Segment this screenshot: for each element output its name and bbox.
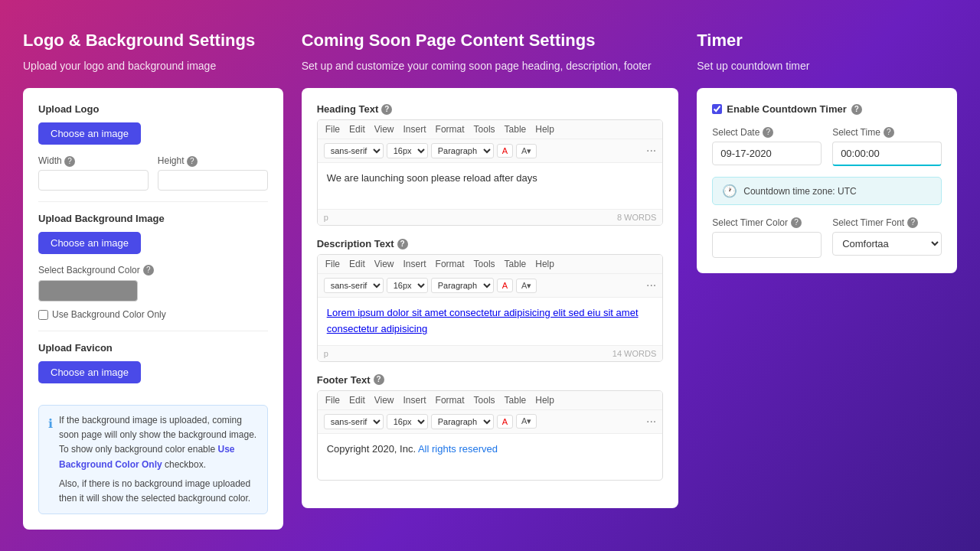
menu-edit[interactable]: Edit	[349, 124, 365, 135]
desc-text-color-btn[interactable]: A	[497, 279, 513, 292]
dimensions-row: Width ? Height ?	[38, 155, 268, 191]
left-card: Upload Logo Choose an image Width ? Heig…	[23, 88, 283, 530]
use-bg-color-checkbox[interactable]	[38, 310, 48, 320]
width-input[interactable]	[38, 170, 149, 191]
middle-title: Coming Soon Page Content Settings	[302, 31, 679, 51]
footer-more-btn[interactable]: ···	[646, 416, 656, 428]
heading-help-icon[interactable]: ?	[381, 104, 392, 115]
desc-editor: File Edit View Insert Format Tools Table…	[317, 254, 664, 362]
date-field: Select Date ?	[712, 127, 822, 166]
footer-highlight-btn[interactable]: A▾	[516, 414, 537, 429]
height-field: Height ?	[158, 155, 268, 191]
footer-menu-table[interactable]: Table	[505, 395, 527, 406]
heading-font-family[interactable]: sans-serif	[324, 143, 384, 158]
footer-menu-view[interactable]: View	[374, 395, 394, 406]
timezone-text: Countdown time zone: UTC	[743, 186, 856, 197]
choose-logo-button[interactable]: Choose an image	[38, 122, 141, 145]
bg-color-swatch[interactable]	[38, 280, 138, 302]
desc-menu-edit[interactable]: Edit	[349, 259, 365, 269]
heading-footer: p 8 WORDS	[318, 209, 663, 225]
color-help-icon[interactable]: ?	[791, 217, 802, 228]
width-help-icon[interactable]: ?	[64, 156, 75, 167]
footer-menu-help[interactable]: Help	[535, 395, 554, 406]
time-field: Select Time ?	[832, 127, 942, 166]
upload-logo-label: Upload Logo	[38, 103, 268, 115]
desc-font-family[interactable]: sans-serif	[324, 278, 384, 293]
footer-content[interactable]: Copyright 2020, Inc. All rights reserved	[318, 434, 663, 480]
heading-text-color-btn[interactable]: A	[497, 144, 513, 158]
desc-toolbar: sans-serif 16px Paragraph A A▾ ···	[318, 274, 663, 298]
timer-font-select[interactable]: Comfortaa Roboto Open Sans Lato	[832, 232, 942, 256]
upload-favicon-label: Upload Favicon	[38, 342, 268, 354]
right-card: Enable Countdown Timer ? Select Date ? S…	[697, 88, 957, 273]
heading-highlight-btn[interactable]: A▾	[516, 144, 537, 158]
footer-paragraph[interactable]: Paragraph	[431, 414, 494, 429]
upload-favicon-section: Upload Favicon Choose an image	[38, 342, 268, 394]
info-box: ℹ If the background image is uploaded, c…	[38, 405, 268, 514]
left-column: Logo & Background Settings Upload your l…	[23, 31, 283, 530]
time-input[interactable]	[832, 142, 942, 166]
desc-paragraph[interactable]: Paragraph	[431, 278, 494, 293]
page-layout: Logo & Background Settings Upload your l…	[23, 31, 957, 530]
bg-color-help-icon[interactable]: ?	[143, 265, 154, 276]
middle-card: Heading Text ? File Edit View Insert For…	[302, 88, 679, 508]
right-subtitle: Set up countdown timer	[697, 58, 957, 74]
desc-content[interactable]: Lorem ipsum dolor sit amet consectetur a…	[318, 298, 663, 345]
heading-editor: File Edit View Insert Format Tools Table…	[317, 119, 664, 226]
use-bg-color-label[interactable]: Use Background Color Only	[38, 309, 166, 320]
desc-help-icon[interactable]: ?	[397, 239, 408, 249]
time-label-row: Select Time ?	[832, 127, 942, 138]
menu-table[interactable]: Table	[505, 124, 527, 135]
menu-tools[interactable]: Tools	[474, 124, 495, 135]
heading-content[interactable]: We are launching soon please reload afte…	[318, 163, 663, 209]
enable-countdown-checkbox[interactable]	[712, 104, 722, 114]
footer-menu-edit[interactable]: Edit	[349, 395, 365, 406]
heading-more-btn[interactable]: ···	[646, 145, 656, 157]
menu-format[interactable]: Format	[436, 124, 465, 135]
desc-menu-file[interactable]: File	[325, 259, 340, 269]
desc-highlight-btn[interactable]: A▾	[516, 279, 537, 293]
middle-column: Coming Soon Page Content Settings Set up…	[302, 31, 679, 530]
desc-menu-help[interactable]: Help	[535, 259, 554, 269]
desc-menu-table[interactable]: Table	[505, 259, 527, 269]
date-label-row: Select Date ?	[712, 127, 822, 138]
footer-font-family[interactable]: sans-serif	[324, 414, 384, 429]
footer-text-color-btn[interactable]: A	[497, 415, 513, 429]
footer-menubar: File Edit View Insert Format Tools Table…	[318, 391, 663, 410]
desc-menubar: File Edit View Insert Format Tools Table…	[318, 255, 663, 274]
width-label: Width ?	[38, 155, 149, 167]
footer-font-size[interactable]: 16px	[387, 414, 428, 429]
choose-favicon-button[interactable]: Choose an image	[38, 361, 141, 383]
footer-help-icon[interactable]: ?	[374, 374, 384, 385]
desc-menu-view[interactable]: View	[374, 259, 394, 269]
footer-menu-file[interactable]: File	[325, 395, 340, 406]
date-help-icon[interactable]: ?	[763, 127, 773, 138]
menu-help[interactable]: Help	[535, 124, 554, 135]
timer-color-input[interactable]	[712, 232, 822, 258]
desc-font-size[interactable]: 16px	[387, 278, 428, 293]
footer-label-row: Footer Text ?	[317, 374, 664, 386]
time-help-icon[interactable]: ?	[884, 127, 894, 138]
choose-bg-button[interactable]: Choose an image	[38, 232, 141, 254]
desc-more-btn[interactable]: ···	[646, 279, 656, 292]
footer-menu-tools[interactable]: Tools	[474, 395, 495, 406]
desc-menu-tools[interactable]: Tools	[474, 259, 495, 269]
desc-footer: p 14 WORDS	[318, 345, 663, 361]
left-section-header: Logo & Background Settings Upload your l…	[23, 31, 283, 74]
height-input[interactable]	[158, 170, 268, 191]
heading-paragraph[interactable]: Paragraph	[431, 143, 494, 158]
font-label-row: Select Timer Font ?	[832, 217, 942, 228]
desc-menu-format[interactable]: Format	[436, 259, 465, 269]
heading-font-size[interactable]: 16px	[387, 143, 428, 158]
desc-menu-insert[interactable]: Insert	[403, 259, 426, 269]
date-input[interactable]	[712, 142, 822, 165]
height-help-icon[interactable]: ?	[187, 156, 198, 167]
menu-insert[interactable]: Insert	[403, 124, 426, 135]
footer-menu-format[interactable]: Format	[436, 395, 465, 406]
footer-menu-insert[interactable]: Insert	[403, 395, 426, 406]
height-label: Height ?	[158, 155, 268, 167]
enable-help-icon[interactable]: ?	[851, 104, 862, 115]
menu-file[interactable]: File	[325, 124, 340, 135]
font-help-icon[interactable]: ?	[907, 217, 918, 228]
menu-view[interactable]: View	[374, 124, 394, 135]
